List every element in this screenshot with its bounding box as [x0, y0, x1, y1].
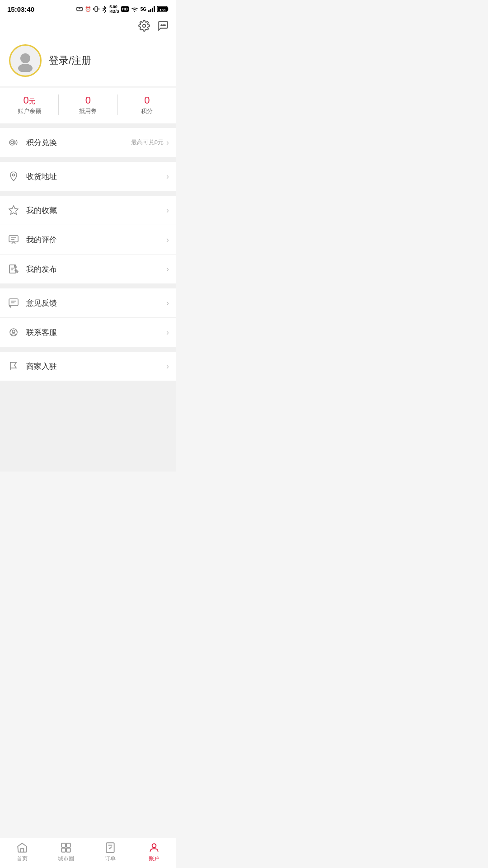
svg-rect-29 [9, 299, 18, 306]
chevron-right-icon: › [166, 328, 169, 337]
svg-point-17 [20, 53, 30, 63]
avatar-image [14, 49, 37, 72]
customer-service-label: 联系客服 [26, 327, 166, 338]
section-divider-2 [0, 157, 176, 162]
edit-icon [7, 263, 20, 275]
svg-rect-6 [148, 10, 150, 12]
coupon-label: 抵用券 [79, 107, 97, 115]
svg-rect-26 [9, 265, 16, 273]
comment-icon [7, 233, 20, 246]
feedback-icon [7, 297, 20, 309]
svg-marker-22 [9, 206, 18, 214]
points-exchange-right: 最高可兑0元 › [131, 138, 169, 147]
stats-row: 0元 账户余额 0 抵用券 0 积分 [0, 88, 176, 123]
avatar[interactable] [9, 44, 42, 77]
section-divider-5 [0, 347, 176, 352]
menu-item-points-exchange[interactable]: 积分兑换 最高可兑0元 › [0, 128, 176, 157]
location-icon [7, 170, 20, 183]
nfc-icon [76, 5, 83, 13]
hd-icon: HD [121, 6, 129, 12]
feedback-label: 意见反馈 [26, 298, 166, 308]
menu-item-shipping-address[interactable]: 收货地址 › [0, 162, 176, 191]
speed-icon: 5.00KB/S [109, 5, 119, 14]
balance-value: 0元 [23, 94, 35, 106]
points-value: 0 [144, 94, 150, 106]
balance-stat[interactable]: 0元 账户余额 [0, 94, 58, 115]
shipping-right: › [166, 172, 169, 181]
section-divider-1 [0, 123, 176, 128]
merchant-join-label: 商家入驻 [26, 361, 166, 372]
status-time: 15:03:40 [7, 5, 34, 13]
points-label: 积分 [141, 107, 153, 115]
svg-point-18 [18, 64, 33, 72]
svg-point-20 [11, 141, 14, 144]
bluetooth-icon [101, 5, 108, 13]
svg-point-19 [9, 140, 15, 145]
posts-right: › [166, 264, 169, 274]
chevron-right-icon: › [166, 235, 169, 245]
chevron-right-icon: › [166, 138, 169, 147]
settings-button[interactable] [138, 20, 150, 33]
svg-line-4 [103, 8, 104, 10]
svg-rect-23 [9, 236, 18, 242]
svg-rect-8 [152, 8, 153, 12]
menu-item-reviews[interactable]: 我的评价 › [0, 225, 176, 255]
battery-icon: 100 [157, 6, 169, 12]
svg-point-16 [164, 25, 165, 26]
message-button[interactable] [157, 20, 169, 33]
alarm-icon: ⏰ [85, 6, 91, 12]
service-icon [7, 326, 20, 339]
gray-area [0, 381, 176, 472]
menu-list: 积分兑换 最高可兑0元 › 收货地址 › 我的收藏 › [0, 128, 176, 381]
status-bar: 15:03:40 ⏰ 5.00KB/S HD [0, 0, 176, 16]
svg-point-21 [13, 174, 15, 176]
svg-rect-9 [154, 6, 155, 12]
points-exchange-right-text: 最高可兑0元 [131, 138, 164, 146]
top-action-bar [0, 16, 176, 37]
menu-item-merchant-join[interactable]: 商家入驻 › [0, 352, 176, 381]
balance-label: 账户余额 [18, 107, 41, 115]
svg-line-5 [103, 9, 104, 11]
wifi-icon [131, 6, 139, 12]
svg-point-15 [163, 25, 164, 26]
chevron-right-icon: › [166, 172, 169, 181]
menu-item-feedback[interactable]: 意见反馈 › [0, 288, 176, 318]
coupon-value: 0 [85, 94, 91, 106]
chevron-right-icon: › [166, 362, 169, 371]
chevron-right-icon: › [166, 206, 169, 215]
svg-rect-1 [95, 7, 98, 11]
flag-icon [7, 360, 20, 373]
menu-item-favorites[interactable]: 我的收藏 › [0, 196, 176, 225]
section-divider-3 [0, 191, 176, 196]
service-right: › [166, 328, 169, 337]
section-divider-4 [0, 284, 176, 288]
coins-icon [7, 136, 20, 149]
coupon-stat[interactable]: 0 抵用券 [58, 94, 117, 115]
svg-point-33 [12, 330, 15, 333]
menu-item-posts[interactable]: 我的发布 › [0, 255, 176, 284]
favorites-right: › [166, 206, 169, 215]
shipping-address-label: 收货地址 [26, 171, 166, 182]
svg-point-13 [143, 24, 146, 28]
reviews-right: › [166, 235, 169, 245]
signal-icon [148, 6, 155, 12]
favorites-label: 我的收藏 [26, 205, 166, 216]
svg-rect-0 [77, 7, 82, 11]
star-icon [7, 204, 20, 217]
bottom-spacer [0, 472, 176, 503]
status-icons: ⏰ 5.00KB/S HD 5G [76, 5, 169, 14]
menu-item-customer-service[interactable]: 联系客服 › [0, 318, 176, 347]
chevron-right-icon: › [166, 264, 169, 274]
login-register-text[interactable]: 登录/注册 [49, 54, 91, 67]
svg-rect-7 [150, 9, 151, 12]
vibrate-icon [93, 6, 99, 12]
posts-label: 我的发布 [26, 264, 166, 274]
profile-section[interactable]: 登录/注册 [0, 37, 176, 86]
svg-text:100: 100 [160, 8, 166, 12]
points-stat[interactable]: 0 积分 [117, 94, 176, 115]
chevron-right-icon: › [166, 298, 169, 308]
5g-icon: 5G [141, 7, 146, 12]
svg-point-14 [161, 25, 162, 26]
points-exchange-label: 积分兑换 [26, 137, 131, 148]
merchant-right: › [166, 362, 169, 371]
